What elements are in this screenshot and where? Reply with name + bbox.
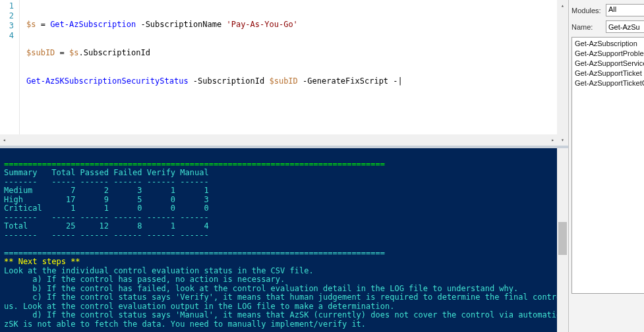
summary-sep: ------- ----- ------ ------ ------ -----… xyxy=(4,231,209,240)
terminal-line: ========================================… xyxy=(4,248,385,258)
suggestion-item[interactable]: Get-AzSubscription xyxy=(572,39,644,49)
code-area[interactable]: $s = Get-AzSubscription -SubscriptionNam… xyxy=(20,0,403,146)
terminal-line: ========================================… xyxy=(4,159,385,169)
code-line[interactable] xyxy=(26,105,403,115)
output-terminal[interactable]: ========================================… xyxy=(0,148,568,332)
code-line[interactable]: $subID = $s.SubscriptionId xyxy=(26,48,403,58)
suggestion-item[interactable]: Get-AzSupportService xyxy=(572,59,644,69)
text-caret xyxy=(398,76,403,86)
terminal-scrollbar-vertical[interactable] xyxy=(557,148,568,332)
terminal-line: us. Look at the control evaluation outpu… xyxy=(4,302,394,311)
suggestion-item[interactable]: Get-AzSupportProblem xyxy=(572,49,644,59)
script-editor[interactable]: 1 2 3 4 $s = Get-AzSubscription -Subscri… xyxy=(0,0,568,148)
name-filter-input[interactable] xyxy=(606,20,644,33)
terminal-line: zSK is not able to fetch the data. You n… xyxy=(4,319,366,329)
line-number-gutter: 1 2 3 4 xyxy=(0,0,20,146)
scroll-right-icon[interactable]: ▸ xyxy=(551,137,554,143)
suggestion-item[interactable]: Get-AzSupportTicket xyxy=(572,69,644,78)
editor-scrollbar-vertical[interactable]: ▴ ▾ xyxy=(557,0,568,146)
modules-select[interactable]: All xyxy=(606,4,644,16)
summary-row-high: High 17 9 5 0 3 xyxy=(4,195,209,204)
code-line[interactable]: Get-AzSKSubscriptionSecurityStatus -Subs… xyxy=(26,76,403,86)
command-suggestions-list[interactable]: Get-AzSubscription Get-AzSupportProblem … xyxy=(571,37,644,294)
line-number: 1 xyxy=(0,1,14,11)
name-label: Name: xyxy=(571,23,603,31)
summary-row-medium: Medium 7 2 3 1 1 xyxy=(4,186,209,195)
code-line[interactable]: $s = Get-AzSubscription -SubscriptionNam… xyxy=(26,20,403,30)
terminal-line: Look at the individual control evaluatio… xyxy=(4,266,314,275)
suggestion-item[interactable]: Get-AzSupportTicketC xyxy=(572,78,644,88)
scroll-left-icon[interactable]: ◂ xyxy=(3,137,6,143)
summary-sep: ------- ----- ------ ------ ------ -----… xyxy=(4,177,209,186)
scroll-down-icon[interactable]: ▾ xyxy=(557,134,568,146)
terminal-line: d) If the control status says 'Manual', … xyxy=(4,310,568,319)
terminal-line: b) If the control has failed, look at th… xyxy=(4,284,518,293)
line-number: 2 xyxy=(0,11,14,21)
terminal-line: c) If the control status says 'Verify', … xyxy=(4,292,568,302)
command-panel: Modules: All Name: Get-AzSubscription Ge… xyxy=(568,0,644,332)
line-number: 3 xyxy=(0,21,14,31)
summary-row-critical: Critical 1 1 0 0 0 xyxy=(4,204,209,213)
next-steps-header: ** Next steps ** xyxy=(4,257,80,266)
summary-sep: ------- ----- ------ ------ ------ -----… xyxy=(4,213,209,222)
terminal-line: a) If the control has passed, no action … xyxy=(4,275,285,284)
editor-scrollbar-horizontal[interactable]: ◂ ▸ xyxy=(0,134,557,146)
summary-row-total: Total 25 12 8 1 4 xyxy=(4,221,209,231)
main-column: 1 2 3 4 $s = Get-AzSubscription -Subscri… xyxy=(0,0,568,332)
summary-header: Summary Total Passed Failed Verify Manua… xyxy=(4,168,209,177)
scroll-up-icon[interactable]: ▴ xyxy=(557,0,568,11)
scrollbar-thumb[interactable] xyxy=(558,222,567,255)
line-number: 4 xyxy=(0,31,14,41)
modules-label: Modules: xyxy=(571,7,603,14)
